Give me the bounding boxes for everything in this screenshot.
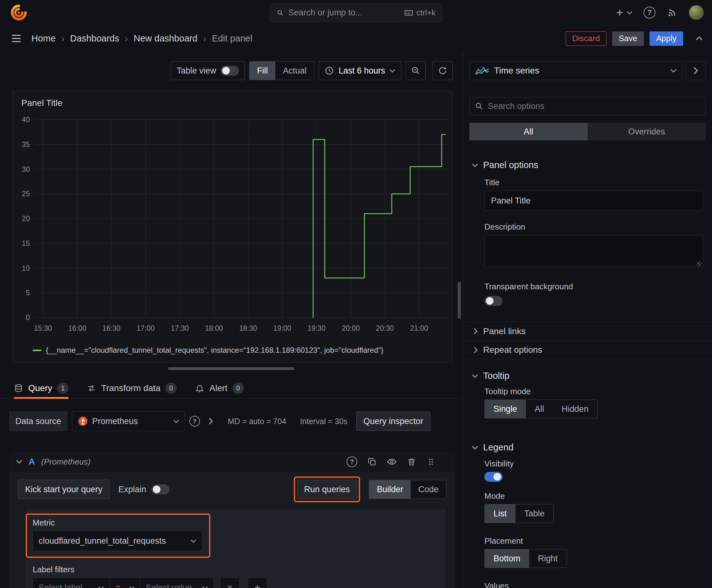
shortcut-label: ctrl+k <box>416 8 435 17</box>
select-label-dropdown[interactable]: Select label <box>33 578 110 588</box>
refresh-icon <box>438 66 447 76</box>
tab-transform-data[interactable]: Transform data 0 <box>87 378 177 399</box>
placement-right-option[interactable]: Right <box>529 549 567 568</box>
svg-text:17:00: 17:00 <box>136 324 155 332</box>
query-row-header[interactable]: A (Prometheus) ? <box>9 452 455 471</box>
code-option[interactable]: Code <box>411 480 446 499</box>
remove-filter-button[interactable] <box>220 578 239 588</box>
transparent-background-label: Transparent background <box>484 282 703 292</box>
builder-option[interactable]: Builder <box>369 480 411 499</box>
repeat-options-section[interactable]: Repeat options <box>463 340 712 359</box>
tooltip-single-option[interactable]: Single <box>485 400 526 418</box>
max-data-points: MD = auto = 704 <box>228 417 286 426</box>
datasource-help-icon[interactable]: ? <box>189 416 200 426</box>
tooltip-all-option[interactable]: All <box>526 400 553 418</box>
drag-handle-icon[interactable] <box>426 457 436 466</box>
datasource-picker[interactable]: Prometheus <box>72 411 185 431</box>
operator-dropdown[interactable]: = <box>110 578 140 588</box>
chevron-right-icon[interactable] <box>209 418 213 425</box>
description-textarea[interactable] <box>484 235 703 267</box>
explain-switch[interactable] <box>151 484 170 495</box>
transparent-background-switch[interactable] <box>484 296 503 306</box>
user-avatar[interactable] <box>689 5 704 20</box>
placement-bottom-option[interactable]: Bottom <box>485 549 529 568</box>
help-icon[interactable]: ? <box>644 6 655 19</box>
resize-grip-icon[interactable] <box>697 261 702 266</box>
tooltip-section-header[interactable]: Tooltip <box>472 371 706 381</box>
svg-text:20:30: 20:30 <box>376 324 394 332</box>
tab-all[interactable]: All <box>469 123 588 141</box>
global-search[interactable]: ctrl+k <box>270 3 442 22</box>
new-button[interactable] <box>615 7 632 18</box>
query-ref-datasource: (Prometheus) <box>41 457 91 467</box>
tab-query[interactable]: Query 1 <box>14 378 68 399</box>
transform-icon <box>87 383 96 393</box>
mode-table-option[interactable]: Table <box>516 504 554 523</box>
run-queries-button[interactable]: Run queries <box>297 480 357 499</box>
legend-section-header[interactable]: Legend <box>472 442 706 453</box>
actual-option[interactable]: Actual <box>275 62 314 80</box>
transform-count-badge: 0 <box>166 383 177 394</box>
query-ref-id[interactable]: A <box>28 457 35 467</box>
query-inspector-button[interactable]: Query inspector <box>356 412 431 431</box>
query-help-icon[interactable]: ? <box>347 456 357 467</box>
legend-visibility-switch[interactable] <box>484 472 503 482</box>
run-queries-highlight: Run queries <box>294 477 360 502</box>
select-value-dropdown[interactable]: Select value <box>140 578 214 588</box>
chevron-up-icon[interactable] <box>696 37 703 41</box>
table-view-switch[interactable] <box>221 66 239 76</box>
svg-text:5: 5 <box>26 289 30 297</box>
tab-alert[interactable]: Alert 0 <box>195 378 244 399</box>
breadcrumb-bar: Home › Dashboards › New dashboard › Edit… <box>0 26 712 51</box>
mode-list-option[interactable]: List <box>485 504 516 523</box>
global-search-input[interactable] <box>288 8 400 18</box>
metric-select[interactable]: cloudflared_tunnel_total_requests <box>33 531 202 551</box>
chevron-right-icon <box>693 67 698 75</box>
hide-response-eye-icon[interactable] <box>387 457 397 467</box>
panel-toolbar: Table view Fill Actual Last 6 hours <box>171 61 453 80</box>
chevron-down-icon <box>173 420 179 423</box>
svg-text:16:30: 16:30 <box>102 324 121 332</box>
apply-button[interactable]: Apply <box>649 31 683 46</box>
top-navbar: ctrl+k ? <box>0 0 712 25</box>
chevron-down-icon[interactable] <box>16 460 22 464</box>
options-search-input[interactable] <box>488 102 700 111</box>
trash-icon[interactable] <box>407 457 416 466</box>
tooltip-mode-label: Tooltip mode <box>484 387 703 396</box>
metric-label: Metric <box>33 518 202 528</box>
alert-count-badge: 0 <box>233 383 244 394</box>
panel-title-input[interactable] <box>484 191 703 211</box>
breadcrumb-dashboards[interactable]: Dashboards <box>70 33 119 44</box>
tooltip-hidden-option[interactable]: Hidden <box>553 400 598 418</box>
panel-links-section[interactable]: Panel links <box>463 322 712 340</box>
database-icon <box>14 383 23 393</box>
news-rss-icon[interactable] <box>667 7 677 18</box>
pane-resize-handle[interactable] <box>168 367 294 370</box>
breadcrumb-home[interactable]: Home <box>31 33 56 44</box>
breadcrumb-new-dashboard[interactable]: New dashboard <box>134 33 197 44</box>
close-icon <box>226 584 234 588</box>
chart-legend[interactable]: {__name__="cloudflared_tunnel_total_requ… <box>33 346 383 355</box>
duplicate-icon[interactable] <box>367 457 377 466</box>
collapse-options-button[interactable] <box>686 61 706 80</box>
svg-text:20: 20 <box>22 214 30 223</box>
refresh-button[interactable] <box>433 61 453 80</box>
add-filter-button[interactable] <box>248 578 267 588</box>
options-search[interactable] <box>469 97 706 115</box>
visualization-picker[interactable]: Time series <box>469 61 683 80</box>
fill-option[interactable]: Fill <box>250 62 276 80</box>
label-filter-row: Select label = Select value <box>33 578 438 588</box>
svg-text:15: 15 <box>22 239 30 248</box>
menu-icon[interactable] <box>9 33 23 45</box>
panel-options-header[interactable]: Panel options <box>472 160 706 170</box>
time-range-picker[interactable]: Last 6 hours <box>319 61 401 80</box>
tab-overrides[interactable]: Overrides <box>588 123 706 141</box>
kick-start-button[interactable]: Kick start your query <box>18 480 110 499</box>
discard-button[interactable]: Discard <box>566 31 606 46</box>
save-button[interactable]: Save <box>612 31 644 46</box>
vertical-scrollbar[interactable] <box>458 282 461 319</box>
zoom-out-button[interactable] <box>406 61 426 80</box>
time-series-chart[interactable]: 15:3016:0016:3017:0017:3018:0018:3019:00… <box>13 112 452 335</box>
keyboard-icon <box>404 8 413 18</box>
grafana-logo-icon[interactable] <box>11 4 27 21</box>
